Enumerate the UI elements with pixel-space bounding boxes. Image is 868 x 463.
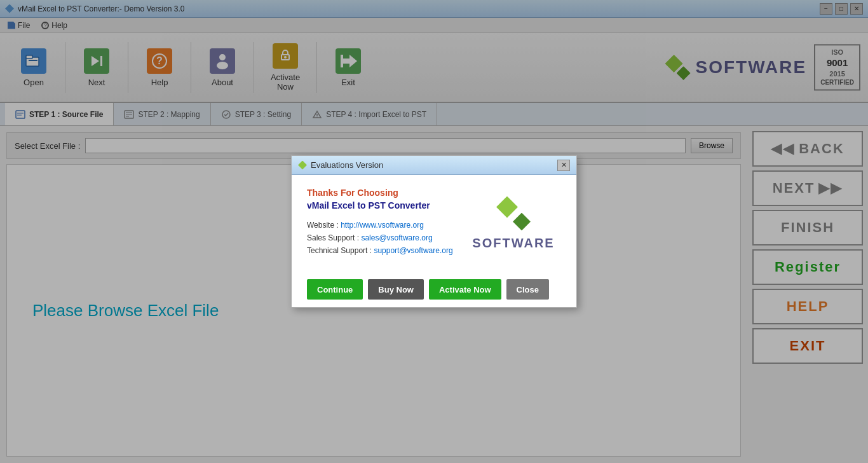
modal-sales-info: Sales Support : sales@vsoftware.org	[307, 233, 456, 242]
modal-left-content: Thanks For Choosing vMail Excel to PST C…	[307, 188, 456, 259]
modal-overlay: Evaluations Version ✕ Thanks For Choosin…	[0, 0, 868, 463]
modal-sales-label: Sales Support :	[307, 233, 361, 242]
modal-close-button[interactable]: Close	[506, 279, 549, 300]
modal-diamond-top-icon	[496, 197, 518, 218]
modal-title-bar: Evaluations Version ✕	[292, 156, 576, 175]
modal-tech-label: Technical Support :	[307, 246, 374, 255]
modal-body: Thanks For Choosing vMail Excel to PST C…	[292, 175, 576, 272]
modal-tech-link[interactable]: support@vsoftware.org	[374, 246, 452, 255]
modal-title-text: Evaluations Version	[311, 160, 383, 170]
modal-close-x-button[interactable]: ✕	[557, 160, 570, 171]
modal-diamond-bottom-icon	[513, 213, 531, 231]
modal-right-content: SOFTWARE	[466, 188, 561, 259]
modal-diamond-group	[496, 197, 531, 231]
modal-logo-diamonds	[496, 197, 531, 231]
modal-continue-button[interactable]: Continue	[307, 279, 363, 300]
modal-footer: Continue Buy Now Activate Now Close	[292, 272, 576, 307]
modal-buy-now-button[interactable]: Buy Now	[368, 279, 424, 300]
modal-sales-link[interactable]: sales@vsoftware.org	[361, 233, 432, 242]
modal-product-name: vMail Excel to PST Converter	[307, 200, 456, 211]
modal-activate-button[interactable]: Activate Now	[429, 279, 501, 300]
modal-website-label: Website :	[307, 221, 341, 230]
modal-software-text: SOFTWARE	[472, 236, 554, 251]
modal-thanks-text: Thanks For Choosing	[307, 188, 456, 198]
modal-title-content: Evaluations Version	[298, 160, 383, 170]
modal-website-link[interactable]: http://www.vsoftware.org	[341, 221, 424, 230]
modal-title-logo-icon	[298, 161, 307, 170]
modal-website-info: Website : http://www.vsoftware.org	[307, 221, 456, 230]
evaluations-modal: Evaluations Version ✕ Thanks For Choosin…	[291, 155, 577, 308]
modal-logo: SOFTWARE	[472, 197, 554, 251]
modal-tech-info: Technical Support : support@vsoftware.or…	[307, 246, 456, 255]
